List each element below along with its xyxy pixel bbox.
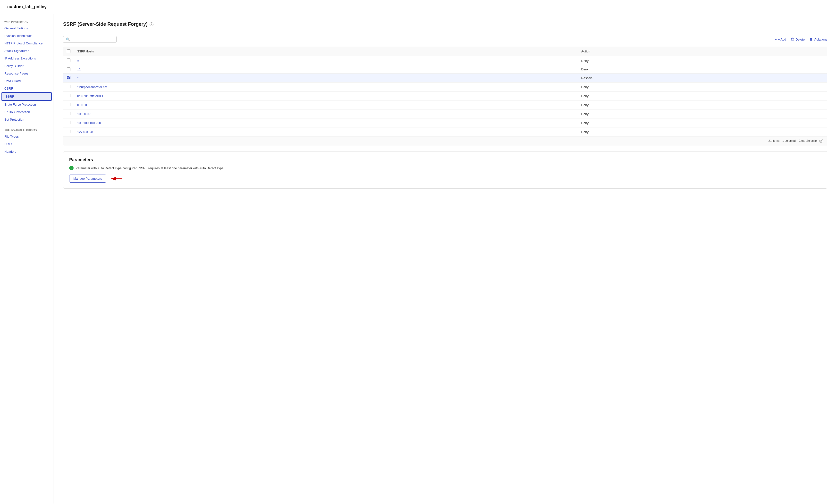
- sidebar-item-brute-force-protection[interactable]: Brute Force Protection: [0, 101, 53, 108]
- sidebar-item-evasion-techniques[interactable]: Evasion Techniques: [0, 32, 53, 40]
- search-input[interactable]: [71, 38, 114, 41]
- trash-icon: [791, 37, 794, 41]
- row-host[interactable]: 0:0:0:0:0:ffff:7f00:1: [74, 91, 578, 101]
- row-checkbox[interactable]: [67, 112, 70, 115]
- row-checkbox[interactable]: [67, 68, 70, 71]
- sidebar-item-general-settings[interactable]: General Settings: [0, 24, 53, 32]
- table-row: 100.100.100.200Deny: [64, 119, 827, 127]
- row-action: Deny: [578, 83, 827, 91]
- row-host[interactable]: ::1: [74, 65, 578, 74]
- sidebar-item-headers[interactable]: Headers: [0, 148, 53, 155]
- red-arrow-manage: [109, 176, 124, 182]
- sidebar-item-policy-builder[interactable]: Policy Builder: [0, 62, 53, 70]
- search-icon: 🔍: [66, 37, 70, 41]
- table-row: 0.0.0.0Deny: [64, 101, 827, 109]
- search-box[interactable]: 🔍: [63, 36, 117, 43]
- row-action: Deny: [578, 119, 827, 127]
- row-action: Resolve: [578, 74, 827, 83]
- clear-x-icon: ✕: [819, 139, 823, 143]
- row-host[interactable]: *: [74, 74, 578, 83]
- manage-params-area: Manage Parameters: [69, 175, 821, 183]
- table-header-row: SSRF Hosts Action: [64, 47, 827, 56]
- sidebar-item-csrf[interactable]: CSRF: [0, 85, 53, 92]
- row-action: Deny: [578, 109, 827, 119]
- row-checkbox[interactable]: [67, 103, 70, 106]
- table-row: ::1Deny: [64, 65, 827, 74]
- clear-selection-button[interactable]: Clear Selection ✕: [799, 139, 823, 143]
- add-label: + Add: [778, 38, 786, 41]
- info-icon[interactable]: i: [149, 22, 154, 26]
- violations-icon: ☰: [809, 38, 813, 41]
- sidebar-item-file-types[interactable]: File Types: [0, 133, 53, 140]
- table-row: *Resolve: [64, 74, 827, 83]
- row-host[interactable]: *.burpcollaborator.net: [74, 83, 578, 91]
- row-checkbox-cell: [64, 91, 74, 101]
- ssrf-hosts-table: SSRF Hosts Action ::Deny ::1Deny*Resolve…: [63, 47, 827, 145]
- row-action: Deny: [578, 91, 827, 101]
- sidebar-item-ip-address-exceptions[interactable]: IP Address Exceptions: [0, 55, 53, 62]
- items-count: 21 items: [768, 139, 780, 143]
- parameters-title: Parameters: [69, 157, 821, 162]
- row-checkbox-cell: [64, 56, 74, 65]
- page-title: SSRF (Server-Side Request Forgery): [63, 21, 148, 27]
- sidebar-item-ssrf[interactable]: SSRF: [1, 92, 52, 101]
- row-checkbox-cell: [64, 74, 74, 83]
- row-action: Deny: [578, 65, 827, 74]
- delete-button[interactable]: Delete: [791, 37, 805, 41]
- row-host[interactable]: ::: [74, 56, 578, 65]
- param-info: ✓ Parameter with Auto Detect Type config…: [69, 166, 821, 170]
- sidebar-item-data-guard[interactable]: Data Guard: [0, 77, 53, 85]
- row-checkbox[interactable]: [67, 130, 70, 133]
- parameters-section: Parameters ✓ Parameter with Auto Detect …: [63, 151, 827, 188]
- param-info-text: Parameter with Auto Detect Type configur…: [75, 166, 224, 170]
- sidebar-item-attack-signatures[interactable]: Attack Signatures: [0, 47, 53, 55]
- row-host[interactable]: 100.100.100.200: [74, 119, 578, 127]
- row-checkbox[interactable]: [67, 76, 70, 79]
- page-title-area: SSRF (Server-Side Request Forgery) i: [63, 21, 827, 30]
- app-title: custom_lab_policy: [7, 4, 830, 10]
- row-host[interactable]: 0.0.0.0: [74, 101, 578, 109]
- application-elements-label: APPLICATION ELEMENTS: [0, 127, 53, 133]
- add-icon: +: [775, 38, 777, 41]
- row-checkbox[interactable]: [67, 85, 70, 88]
- row-checkbox-cell: [64, 109, 74, 119]
- toolbar: 🔍 + + Add: [63, 36, 827, 43]
- sidebar-item-response-pages[interactable]: Response Pages: [0, 70, 53, 77]
- row-checkbox[interactable]: [67, 94, 70, 97]
- table-row: ::Deny: [64, 56, 827, 65]
- layout: WEB PROTECTION General Settings Evasion …: [0, 14, 837, 504]
- row-checkbox-cell: [64, 83, 74, 91]
- manage-parameters-button[interactable]: Manage Parameters: [69, 175, 106, 183]
- toolbar-actions: + + Add Delete: [775, 37, 827, 41]
- row-checkbox-cell: [64, 101, 74, 109]
- violations-button[interactable]: ☰ Violations: [809, 38, 827, 41]
- col-header-action: Action: [578, 47, 827, 56]
- table-row: *.burpcollaborator.netDeny: [64, 83, 827, 91]
- row-checkbox[interactable]: [67, 58, 70, 62]
- top-bar: custom_lab_policy: [0, 0, 837, 14]
- red-arrow-row: [63, 67, 64, 72]
- row-action: Deny: [578, 56, 827, 65]
- sidebar-item-l7-dos-protection[interactable]: L7 DoS Protection: [0, 108, 53, 116]
- row-checkbox-cell: [64, 119, 74, 127]
- table-footer: 21 items 1 selected Clear Selection ✕: [64, 136, 827, 145]
- select-all-cell: [64, 47, 74, 56]
- select-all-checkbox[interactable]: [67, 49, 70, 53]
- table-row: 10.0.0.0/8Deny: [64, 109, 827, 119]
- row-checkbox-cell: [64, 65, 74, 74]
- sidebar-item-bot-protection[interactable]: Bot Protection: [0, 116, 53, 123]
- web-protection-label: WEB PROTECTION: [0, 19, 53, 24]
- violations-label: Violations: [814, 38, 827, 41]
- main-content: SSRF (Server-Side Request Forgery) i 🔍 +…: [53, 14, 837, 504]
- table-row: 0:0:0:0:0:ffff:7f00:1Deny: [64, 91, 827, 101]
- sidebar-item-http-protocol-compliance[interactable]: HTTP Protocol Compliance: [0, 40, 53, 47]
- row-host[interactable]: 10.0.0.0/8: [74, 109, 578, 119]
- sidebar: WEB PROTECTION General Settings Evasion …: [0, 14, 53, 504]
- table-row: 127.0.0.0/8Deny: [64, 127, 827, 137]
- add-button[interactable]: + + Add: [775, 38, 786, 41]
- col-header-hosts: SSRF Hosts: [74, 47, 578, 56]
- row-host[interactable]: 127.0.0.0/8: [74, 127, 578, 137]
- sidebar-item-urls[interactable]: URLs: [0, 140, 53, 148]
- row-checkbox[interactable]: [67, 121, 70, 124]
- selected-count: 1 selected: [782, 139, 796, 143]
